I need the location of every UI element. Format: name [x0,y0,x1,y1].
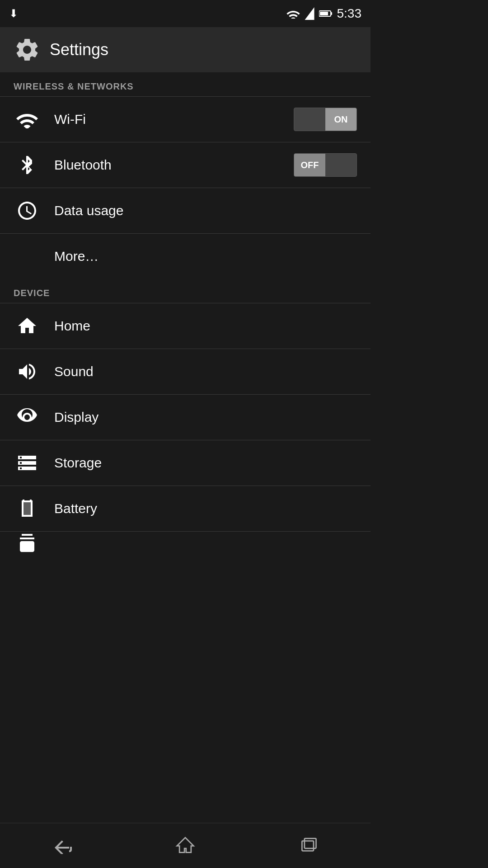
data-usage-icon [14,197,41,224]
home-label: Home [54,318,357,334]
bluetooth-label: Bluetooth [54,157,294,173]
wifi-icon [14,106,41,133]
status-icons: 5:33 [286,6,362,21]
nav-bar [0,823,371,868]
settings-item-display[interactable]: Display [0,395,371,440]
bluetooth-toggle[interactable]: OFF [294,153,357,177]
settings-item-partial[interactable] [0,532,371,554]
partial-icon [14,532,41,554]
settings-item-bluetooth[interactable]: Bluetooth OFF [0,142,371,188]
settings-item-data-usage[interactable]: Data usage [0,188,371,233]
display-label: Display [54,410,357,425]
settings-item-storage[interactable]: Storage [0,440,371,486]
status-bar-left: ⬇ [9,7,18,20]
home-icon [14,312,41,340]
wifi-toggle[interactable]: ON [294,108,357,131]
more-label: More… [54,249,357,264]
status-bar: ⬇ 5:33 [0,0,371,27]
settings-item-more[interactable]: More… [0,234,371,279]
app-header: Settings [0,27,371,72]
settings-gear-icon [14,36,41,63]
settings-item-wifi[interactable]: Wi-Fi ON [0,97,371,142]
status-time: 5:33 [337,6,362,21]
section-wireless-networks: WIRELESS & NETWORKS [0,72,371,96]
wifi-label: Wi-Fi [54,112,294,127]
svg-rect-6 [302,841,314,851]
bluetooth-toggle-on-label [325,154,357,176]
storage-icon [14,449,41,476]
svg-rect-5 [23,502,31,515]
download-icon: ⬇ [9,7,18,20]
battery-label: Battery [54,501,357,516]
settings-item-home[interactable]: Home [0,303,371,349]
wifi-toggle-on-label: ON [325,108,357,131]
section-device: DEVICE [0,279,371,303]
settings-item-sound[interactable]: Sound [0,349,371,394]
signal-status-icon [305,7,314,20]
data-usage-label: Data usage [54,203,357,218]
home-nav-button[interactable] [167,832,203,859]
sound-icon [14,358,41,385]
battery-status-icon [319,9,333,19]
settings-item-battery[interactable]: Battery [0,486,371,531]
battery-icon [14,495,41,522]
more-placeholder [14,243,41,270]
app-header-title: Settings [50,40,108,59]
wifi-status-icon [286,9,300,19]
svg-rect-3 [331,12,332,15]
svg-rect-7 [305,838,316,848]
display-icon [14,404,41,431]
svg-marker-0 [305,7,314,20]
storage-label: Storage [54,455,357,471]
bluetooth-icon [14,151,41,179]
content-area: WIRELESS & NETWORKS Wi-Fi ON Bluetooth O… [0,72,371,823]
recents-button[interactable] [291,832,327,859]
bluetooth-toggle-off-label: OFF [294,154,325,176]
svg-rect-4 [320,12,328,15]
back-button[interactable] [44,832,80,859]
wifi-toggle-off-label [294,108,325,131]
sound-label: Sound [54,364,357,379]
